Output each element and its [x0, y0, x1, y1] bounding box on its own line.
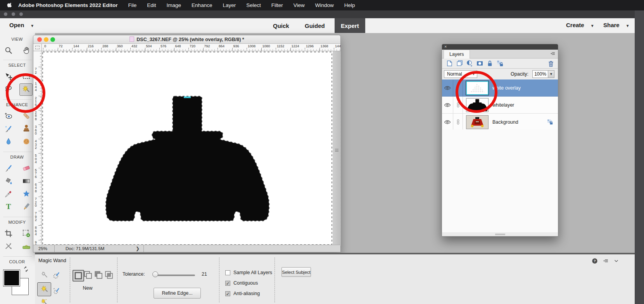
transform-tool[interactable] [20, 228, 33, 239]
red-eye-tool[interactable] [2, 110, 15, 122]
tab-layers[interactable]: Layers [444, 50, 470, 59]
opacity-value[interactable]: 100% [532, 70, 548, 78]
layer-visibility-toggle[interactable] [442, 79, 453, 96]
share-button[interactable]: Share▼ [603, 22, 630, 28]
eyedropper-tool[interactable] [2, 188, 15, 200]
options-menu-icon[interactable] [603, 258, 609, 264]
adjustment-button[interactable] [464, 60, 475, 67]
select-subject-button[interactable]: Select Subject [281, 267, 311, 277]
panel-resize-grip[interactable] [495, 233, 505, 235]
layer-row-white-overlay[interactable]: white overlay [442, 79, 558, 97]
app-name[interactable]: Adobe Photoshop Elements 2022 Editor [18, 2, 118, 8]
checkbox-sample-all-layers[interactable] [225, 270, 230, 275]
window-close-button[interactable] [4, 12, 7, 16]
crop-tool[interactable] [2, 228, 15, 239]
canvas[interactable] [42, 51, 333, 245]
shape-tool[interactable] [20, 188, 33, 200]
smart-brush-tool[interactable] [2, 123, 15, 135]
new-layer-button[interactable] [444, 60, 454, 67]
window-minimize-button[interactable] [12, 12, 15, 16]
layer-thumbnail[interactable] [466, 115, 489, 129]
zoom-tool[interactable] [2, 45, 15, 56]
tolerance-slider[interactable] [154, 275, 195, 276]
tolerance-slider-knob[interactable] [152, 271, 158, 277]
eraser-tool[interactable] [20, 162, 33, 174]
magic-wand-tool[interactable] [19, 83, 33, 96]
foreground-color-swatch[interactable] [3, 269, 20, 287]
checkbox-contiguous[interactable]: ✓ [225, 281, 230, 286]
checkbox-anti-aliasing[interactable]: ✓ [225, 291, 230, 296]
menu-item-view[interactable]: View [294, 2, 305, 8]
new-group-button[interactable] [454, 60, 464, 67]
menu-item-enhance[interactable]: Enhance [192, 2, 212, 8]
menu-item-window[interactable]: Window [315, 2, 334, 8]
selection-brush-variant-button[interactable] [51, 269, 62, 281]
move-tool[interactable] [2, 71, 15, 82]
document-title-bar[interactable]: DSC_3267.NEF @ 25% (white overlay, RGB/8… [33, 35, 340, 44]
lasso-tool[interactable] [2, 83, 15, 95]
apple-menu-icon[interactable] [7, 2, 13, 9]
selection-mode-subtract[interactable] [93, 270, 104, 280]
straighten-tool[interactable] [20, 240, 33, 252]
wand-small-variant-button[interactable] [38, 269, 50, 281]
layer-row-whitelayer[interactable]: whitelayer [442, 97, 558, 114]
paint-bucket-tool[interactable] [2, 175, 15, 187]
auto-wand-variant-button[interactable] [38, 296, 50, 304]
status-chevron-icon[interactable]: ❯ [136, 246, 143, 251]
tab-guided[interactable]: Guided [299, 18, 331, 33]
marquee-tool[interactable] [20, 71, 33, 82]
menu-item-layer[interactable]: Layer [223, 2, 236, 8]
layer-link-toggle[interactable] [453, 79, 463, 96]
clone-stamp-tool[interactable] [20, 123, 33, 135]
layer-controls: Normal▼ Opacity: 100% ▼ [442, 69, 558, 79]
collapse-chevron-icon[interactable] [613, 259, 619, 263]
refine-brush-variant-button[interactable] [51, 285, 62, 296]
gradient-tool[interactable] [20, 175, 33, 187]
hand-tool[interactable] [20, 45, 33, 56]
brush-tool[interactable] [2, 162, 15, 174]
menu-item-image[interactable]: Image [167, 2, 181, 8]
menu-item-filter[interactable]: Filter [271, 2, 283, 8]
layer-link-toggle[interactable] [453, 97, 463, 113]
open-button[interactable]: Open▼ [9, 22, 34, 28]
spot-heal-tool[interactable] [20, 110, 33, 122]
layer-visibility-toggle[interactable] [442, 97, 453, 113]
refine-edge-button[interactable]: Refine Edge... [154, 288, 201, 299]
swap-colors-icon[interactable] [22, 266, 29, 273]
layers-panel-header[interactable]: × [442, 44, 558, 50]
window-title-bar[interactable] [0, 10, 635, 18]
layer-thumbnail[interactable] [466, 98, 489, 112]
menu-item-edit[interactable]: Edit [147, 2, 156, 8]
zoom-level[interactable]: 25% [33, 245, 55, 252]
resize-grip-icon[interactable] [335, 149, 338, 152]
selection-mode-add[interactable] [83, 270, 93, 280]
layer-link-toggle[interactable] [453, 114, 463, 130]
layer-mask-button[interactable] [475, 60, 485, 67]
menu-item-file[interactable]: File [128, 2, 137, 8]
menu-item-help[interactable]: Help [344, 2, 355, 8]
tab-expert[interactable]: Expert [335, 18, 365, 33]
magic-wand-variant-button[interactable] [37, 282, 51, 296]
sponge-tool[interactable] [20, 136, 33, 147]
tab-quick[interactable]: Quick [267, 18, 295, 33]
opacity-dropdown-icon[interactable]: ▼ [548, 70, 554, 78]
recompose-tool[interactable] [2, 240, 15, 252]
pencil-tool[interactable] [20, 201, 33, 212]
close-icon[interactable]: × [444, 44, 447, 49]
blur-tool[interactable] [2, 136, 15, 147]
menu-item-select[interactable]: Select [246, 2, 261, 8]
layer-thumbnail[interactable] [466, 81, 489, 95]
create-button[interactable]: Create▼ [566, 22, 594, 28]
lock-button[interactable] [485, 60, 495, 67]
blend-mode-select[interactable]: Normal▼ [444, 70, 477, 78]
panel-menu-icon[interactable] [550, 51, 556, 56]
layer-row-background[interactable]: Background [442, 114, 558, 131]
type-tool[interactable]: T [2, 201, 15, 212]
selection-mode-intersect[interactable] [104, 270, 114, 280]
layer-visibility-toggle[interactable] [442, 114, 453, 130]
delete-layer-icon[interactable] [547, 60, 555, 67]
help-icon[interactable]: ? [592, 258, 598, 264]
lock-pixels-button[interactable] [495, 60, 505, 67]
selection-mode-new[interactable] [73, 270, 84, 282]
window-zoom-button[interactable] [19, 12, 23, 16]
